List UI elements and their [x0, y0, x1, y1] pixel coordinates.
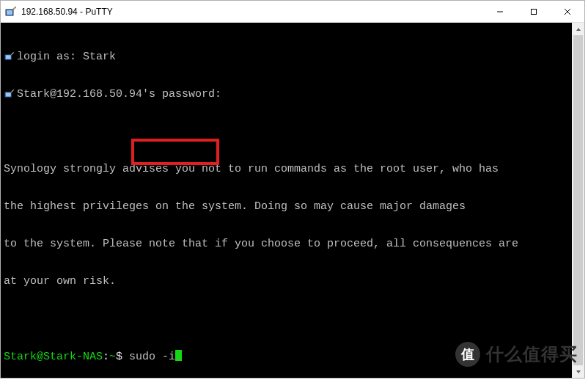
scroll-down-button[interactable]	[572, 365, 584, 378]
prompt-symbol: $	[116, 351, 122, 363]
motd-line: to the system. Please note that if you c…	[4, 238, 581, 250]
putty-window: 192.168.50.94 - PuTTY login as: Stark	[0, 0, 585, 379]
terminal-line-password: Stark@192.168.50.94's password:	[4, 88, 581, 101]
login-user-text: Stark	[83, 51, 116, 63]
terminal-line-login: login as: Stark	[4, 51, 581, 63]
vertical-scrollbar[interactable]	[572, 23, 584, 378]
motd-line: Synology strongly advises you not to run…	[4, 163, 581, 175]
scrollbar-thumb[interactable]	[573, 35, 583, 365]
annotation-highlight-box	[131, 139, 219, 165]
svg-rect-9	[6, 92, 11, 96]
scrollbar-track[interactable]	[572, 35, 584, 365]
window-title: 192.168.50.94 - PuTTY	[21, 7, 113, 17]
svg-rect-3	[532, 9, 537, 14]
svg-rect-1	[7, 10, 12, 15]
scroll-up-button[interactable]	[572, 23, 584, 35]
close-button[interactable]	[551, 1, 584, 23]
motd-line: the highest privileges on the system. Do…	[4, 200, 581, 213]
prompt-user-host: Stark@Stark-NAS	[4, 351, 103, 363]
putty-line-icon	[4, 88, 15, 100]
maximize-button[interactable]	[517, 1, 551, 23]
terminal-blank-line	[4, 125, 581, 138]
prompt-path: ~	[109, 351, 116, 363]
svg-marker-10	[576, 28, 581, 31]
motd-line: at your own risk.	[4, 275, 581, 288]
title-bar[interactable]: 192.168.50.94 - PuTTY	[1, 1, 584, 23]
minimize-button[interactable]	[483, 1, 517, 23]
typed-command: sudo -i	[129, 351, 175, 363]
terminal-blank-line	[4, 313, 581, 325]
login-prompt-text: login as:	[17, 51, 83, 63]
terminal-area[interactable]: login as: Stark Stark@192.168.50.94's pa…	[1, 23, 584, 378]
cursor-block	[175, 350, 182, 361]
prompt-separator: :	[103, 351, 109, 363]
putty-icon	[5, 6, 17, 18]
svg-rect-7	[6, 55, 11, 59]
svg-marker-11	[576, 370, 581, 373]
putty-line-icon	[4, 51, 15, 62]
shell-prompt-line: Stark@Stark-NAS:~$ sudo -i	[4, 350, 581, 363]
password-prompt-text: Stark@192.168.50.94's password:	[17, 88, 221, 101]
